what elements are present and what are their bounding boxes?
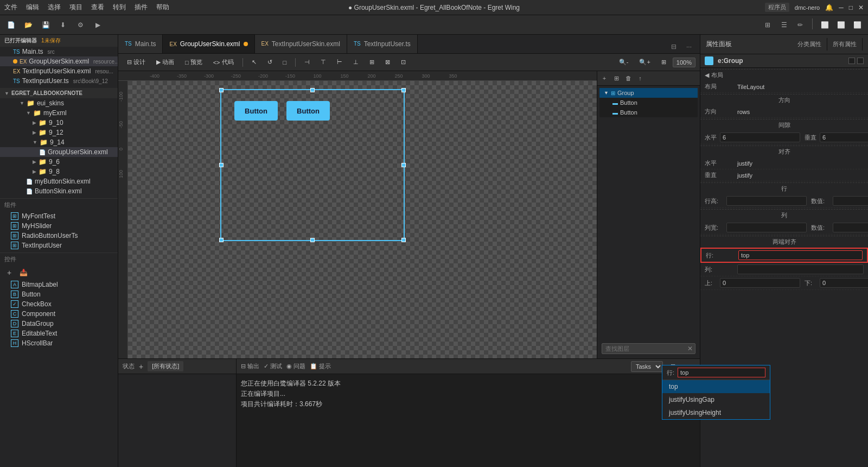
layer-item-group[interactable]: ▼ ⊞ Group bbox=[599, 88, 698, 98]
col-count-input[interactable] bbox=[833, 223, 868, 232]
tree-folder-9_12[interactable]: ▶ 📁 9_12 bbox=[0, 128, 118, 137]
design-frame[interactable]: Button Button bbox=[220, 89, 405, 241]
minimize-button[interactable]: ─ bbox=[839, 4, 844, 11]
menu-item-file[interactable]: 文件 bbox=[4, 3, 17, 12]
layer-item-button1[interactable]: ▬ Button bbox=[599, 98, 698, 108]
align-tool7[interactable]: ⊡ bbox=[397, 58, 410, 67]
rect-tool[interactable]: □ bbox=[279, 58, 291, 67]
output-tab[interactable]: ⊟ 输出 bbox=[241, 362, 259, 370]
more-tabs-button[interactable]: ··· bbox=[682, 40, 695, 53]
layout-button-2[interactable]: ☰ bbox=[777, 18, 790, 31]
all-status-label[interactable]: [所有状态] bbox=[148, 361, 183, 371]
problem-tab[interactable]: ◉ 问题 bbox=[286, 362, 305, 370]
open-file-textinputuser[interactable]: TS TextInputUser.ts src\Book\9_12 bbox=[0, 76, 118, 86]
egroup-checkbox-2[interactable] bbox=[857, 58, 864, 64]
log-tab[interactable]: 📋 提示 bbox=[310, 362, 331, 370]
tree-file-mybuttonskin[interactable]: 📄 myButtonSkin.exml bbox=[0, 176, 118, 186]
layer-search-input[interactable] bbox=[602, 344, 685, 354]
menu-item-goto[interactable]: 转到 bbox=[113, 3, 126, 12]
control-editabletext[interactable]: E EditableText bbox=[0, 329, 118, 338]
add-status-button[interactable]: + bbox=[139, 362, 143, 371]
control-datagroup[interactable]: D DataGroup bbox=[0, 319, 118, 329]
preview-mode-button[interactable]: □ 预览 bbox=[181, 57, 207, 67]
test-tab[interactable]: ✓ 测试 bbox=[264, 362, 282, 370]
select-tool[interactable]: ↖ bbox=[247, 58, 261, 67]
col-width-input[interactable] bbox=[726, 223, 807, 232]
h-gap-input[interactable] bbox=[720, 132, 800, 142]
down-input[interactable] bbox=[820, 278, 868, 288]
row-both-input[interactable] bbox=[738, 250, 863, 260]
canvas-button-1[interactable]: Button bbox=[234, 101, 278, 121]
open-file-main[interactable]: TS Main.ts src bbox=[0, 47, 118, 56]
layout-button-1[interactable]: ⊞ bbox=[761, 18, 774, 31]
delete-control-button[interactable]: 📥 bbox=[18, 268, 28, 277]
tab-textinputuser[interactable]: TS TextInputUser.ts bbox=[347, 35, 418, 53]
row-count-input[interactable] bbox=[833, 196, 868, 206]
align-tool6[interactable]: ⊠ bbox=[381, 58, 394, 67]
run-button[interactable]: ▶ bbox=[91, 18, 104, 31]
tab-main[interactable]: TS Main.ts bbox=[118, 35, 163, 53]
open-files-header[interactable]: 已打开编辑器 1未保存 bbox=[0, 35, 118, 47]
handle-tm[interactable] bbox=[310, 88, 315, 92]
fullscreen-button[interactable]: ⬜ bbox=[851, 18, 864, 31]
build-button[interactable]: ⚙ bbox=[74, 18, 87, 31]
animate-mode-button[interactable]: ▶ 动画 bbox=[152, 57, 178, 67]
handle-bm[interactable] bbox=[310, 238, 315, 242]
component-radiobuttonuserts[interactable]: ⊞ RadioButtonUserTs bbox=[0, 231, 118, 241]
tree-file-buttonskin[interactable]: 📄 ButtonSkin.exml bbox=[0, 186, 118, 196]
handle-tl[interactable] bbox=[219, 88, 224, 92]
col-both-input[interactable] bbox=[737, 264, 864, 274]
open-file-groupuserskin[interactable]: EX GroupUserSkin.exml resource... bbox=[0, 56, 118, 66]
tab-textinputuserskin[interactable]: EX TextInputUserSkin.exml bbox=[255, 35, 347, 53]
tree-folder-9_14[interactable]: ▼ 📁 9_14 bbox=[0, 137, 118, 147]
dropdown-item-justifyusinggap[interactable]: justifyUsingGap bbox=[662, 393, 770, 406]
canvas-workspace[interactable]: Button Button bbox=[128, 81, 597, 358]
tree-folder-eui_skins[interactable]: ▼ 📁 eui_skins bbox=[0, 98, 118, 108]
v-gap-input[interactable] bbox=[820, 132, 868, 142]
open-file-button[interactable]: 📂 bbox=[22, 18, 35, 31]
align-tool1[interactable]: ⊣ bbox=[300, 58, 314, 67]
zoom-in-tool[interactable]: ↺ bbox=[263, 58, 277, 67]
dropdown-item-justifyusingheight[interactable]: justifyUsingHeight bbox=[662, 406, 770, 419]
layer-search-box[interactable]: ✕ bbox=[602, 343, 695, 354]
handle-bl[interactable] bbox=[219, 238, 224, 242]
design-mode-button[interactable]: ⊟ 设计 bbox=[123, 57, 150, 67]
save-all-button[interactable]: ⬇ bbox=[56, 18, 69, 31]
dropdown-item-top[interactable]: top bbox=[662, 380, 770, 393]
add-control-button[interactable]: + bbox=[4, 268, 14, 277]
dropdown-current-input[interactable] bbox=[678, 368, 765, 377]
task-selector[interactable]: Tasks bbox=[631, 361, 663, 372]
maximize-button[interactable]: □ bbox=[849, 4, 853, 11]
menu-item-edit[interactable]: 编辑 bbox=[26, 3, 39, 12]
new-file-button[interactable]: 📄 bbox=[4, 18, 17, 31]
control-hscrollbar[interactable]: H HScrollBar bbox=[0, 338, 118, 348]
row-height-input[interactable] bbox=[726, 196, 807, 206]
egroup-checkbox-1[interactable] bbox=[848, 58, 855, 64]
panel-toggle[interactable]: ⬜ bbox=[834, 18, 847, 31]
save-button[interactable]: 💾 bbox=[39, 18, 52, 31]
zoom-in-button[interactable]: 🔍+ bbox=[635, 58, 654, 67]
control-component[interactable]: C Component bbox=[0, 309, 118, 319]
sidebar-toggle[interactable]: ⬜ bbox=[818, 18, 831, 31]
tree-file-groupuserskin[interactable]: 📄 GroupUserSkin.exml bbox=[0, 147, 118, 157]
menu-item-view[interactable]: 查看 bbox=[91, 3, 104, 12]
control-button[interactable]: B Button bbox=[0, 289, 118, 299]
close-button[interactable]: ✕ bbox=[858, 4, 864, 11]
align-tool3[interactable]: ⊢ bbox=[333, 58, 347, 67]
handle-mr[interactable] bbox=[401, 163, 406, 167]
component-myfonttest[interactable]: ⊞ MyFontTest bbox=[0, 211, 118, 221]
menu-item-project[interactable]: 项目 bbox=[69, 3, 82, 12]
align-tool4[interactable]: ⊥ bbox=[349, 58, 363, 67]
tree-folder-9_6[interactable]: ▶ 📁 9_6 bbox=[0, 157, 118, 167]
status-label[interactable]: 状态 bbox=[123, 362, 135, 370]
tab-category-props[interactable]: 分类属性 bbox=[792, 38, 827, 51]
zoom-level[interactable]: 100% bbox=[673, 58, 695, 67]
zoom-fit-button[interactable]: ⊞ bbox=[657, 58, 671, 67]
menu-item-help[interactable]: 帮助 bbox=[156, 3, 169, 12]
tree-folder-9_8[interactable]: ▶ 📁 9_8 bbox=[0, 167, 118, 176]
align-tool5[interactable]: ⊞ bbox=[365, 58, 379, 67]
layer-item-button2[interactable]: ▬ Button bbox=[599, 108, 698, 117]
menu-item-select[interactable]: 选择 bbox=[48, 3, 61, 12]
component-myhslider[interactable]: ⊞ MyHSlider bbox=[0, 221, 118, 231]
control-checkbox[interactable]: ✓ CheckBox bbox=[0, 299, 118, 309]
